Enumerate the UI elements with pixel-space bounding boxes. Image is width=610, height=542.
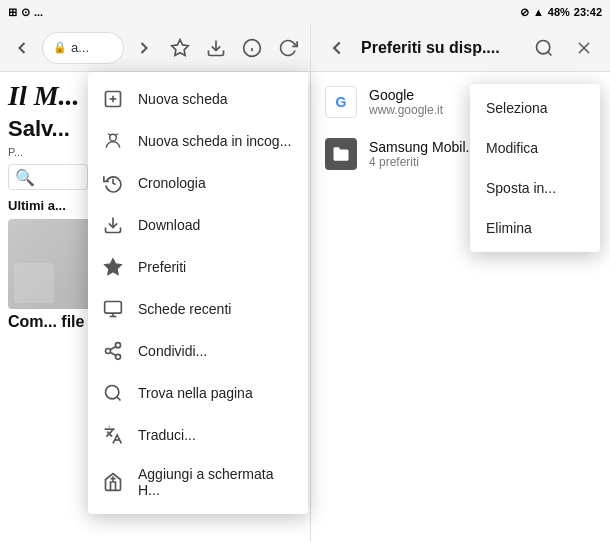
forward-button[interactable]	[128, 32, 160, 64]
refresh-button[interactable]	[272, 32, 304, 64]
url-field[interactable]: 🔒 a...	[42, 32, 124, 64]
battery-text: 48%	[548, 6, 570, 18]
menu-label-trova: Trova nella pagina	[138, 385, 253, 401]
menu-item-condividi[interactable]: Condividi...	[88, 330, 308, 372]
menu-label-cronologia: Cronologia	[138, 175, 206, 191]
dropdown-menu: Nuova scheda Nuova scheda in incog...	[88, 72, 308, 514]
samsung-name: Samsung Mobil...	[369, 139, 477, 155]
star-icon	[102, 256, 124, 278]
incognito-icon	[102, 130, 124, 152]
lock-icon: 🔒	[53, 41, 67, 54]
samsung-url: 4 preferiti	[369, 155, 477, 169]
menu-label-nuova-scheda: Nuova scheda	[138, 91, 228, 107]
search-icon-page: 🔍	[15, 168, 35, 187]
svg-line-18	[110, 346, 116, 349]
time-display: 23:42	[574, 6, 602, 18]
svg-point-19	[106, 386, 119, 399]
menu-item-download[interactable]: Download	[88, 204, 308, 246]
menu-label-aggiungi: Aggiungi a schermata H...	[138, 466, 294, 498]
new-tab-icon	[102, 88, 124, 110]
svg-marker-10	[105, 259, 122, 275]
menu-label-traduci: Traduci...	[138, 427, 196, 443]
url-text: a...	[71, 40, 89, 55]
right-panel: Preferiti su disp.... G	[310, 24, 610, 542]
context-modifica[interactable]: Modifica	[470, 128, 600, 168]
google-name: Google	[369, 87, 443, 103]
search-bar-page[interactable]: 🔍	[8, 164, 88, 190]
samsung-info: Samsung Mobil... 4 preferiti	[369, 139, 477, 169]
right-header: Preferiti su disp....	[311, 24, 610, 72]
nosim-icon: ⊘	[520, 6, 529, 19]
menu-label-download: Download	[138, 217, 200, 233]
svg-point-15	[106, 349, 111, 354]
google-url: www.google.it	[369, 103, 443, 117]
menu-label-schede-recenti: Schede recenti	[138, 301, 231, 317]
svg-line-20	[117, 397, 121, 401]
menu-item-aggiungi[interactable]: Aggiungi a schermata H...	[88, 456, 308, 508]
menu-item-schede-recenti[interactable]: Schede recenti	[88, 288, 308, 330]
more-icon: ...	[34, 6, 43, 18]
google-info: Google www.google.it	[369, 87, 443, 117]
download-icon	[102, 214, 124, 236]
menu-item-preferiti[interactable]: Preferiti	[88, 246, 308, 288]
context-menu: Seleziona Modifica Sposta in... Elimina	[470, 84, 600, 252]
context-sposta[interactable]: Sposta in...	[470, 168, 600, 208]
search-button-right[interactable]	[528, 32, 560, 64]
back-button-right[interactable]	[321, 32, 353, 64]
status-bar: ⊞ ⊙ ... ⊘ ▲ 48% 23:42	[0, 0, 610, 24]
status-left: ⊞ ⊙ ...	[8, 6, 43, 19]
menu-item-traduci[interactable]: Traduci...	[88, 414, 308, 456]
translate-icon	[102, 424, 124, 446]
right-panel-title: Preferiti su disp....	[361, 39, 520, 57]
menu-label-condividi: Condividi...	[138, 343, 207, 359]
menu-item-nuova-scheda[interactable]: Nuova scheda	[88, 78, 308, 120]
back-button-left[interactable]	[6, 32, 38, 64]
svg-point-14	[116, 343, 121, 348]
bookmark-button[interactable]	[164, 32, 196, 64]
find-icon	[102, 382, 124, 404]
svg-marker-0	[172, 39, 189, 55]
google-favicon: G	[325, 86, 357, 118]
svg-line-24	[548, 51, 552, 55]
download-button-addr[interactable]	[200, 32, 232, 64]
history-icon	[102, 172, 124, 194]
menu-item-cronologia[interactable]: Cronologia	[88, 162, 308, 204]
status-right: ⊘ ▲ 48% 23:42	[520, 6, 602, 19]
browser-container: 🔒 a...	[0, 24, 610, 542]
menu-label-preferiti: Preferiti	[138, 259, 186, 275]
window-icon: ⊞	[8, 6, 17, 19]
context-elimina[interactable]: Elimina	[470, 208, 600, 248]
close-button-right[interactable]	[568, 32, 600, 64]
info-button[interactable]	[236, 32, 268, 64]
signal-icon: ⊙	[21, 6, 30, 19]
svg-point-16	[116, 354, 121, 359]
add-home-icon	[102, 471, 124, 493]
address-bar: 🔒 a...	[0, 24, 310, 72]
recent-tabs-icon	[102, 298, 124, 320]
menu-item-trova[interactable]: Trova nella pagina	[88, 372, 308, 414]
context-seleziona[interactable]: Seleziona	[470, 88, 600, 128]
wifi-icon: ▲	[533, 6, 544, 18]
left-panel: 🔒 a...	[0, 24, 310, 542]
svg-rect-11	[105, 302, 122, 314]
svg-line-17	[110, 352, 116, 355]
share-icon	[102, 340, 124, 362]
menu-label-incognito: Nuova scheda in incog...	[138, 133, 291, 149]
menu-item-incognito[interactable]: Nuova scheda in incog...	[88, 120, 308, 162]
svg-point-23	[537, 40, 550, 53]
folder-favicon	[325, 138, 357, 170]
